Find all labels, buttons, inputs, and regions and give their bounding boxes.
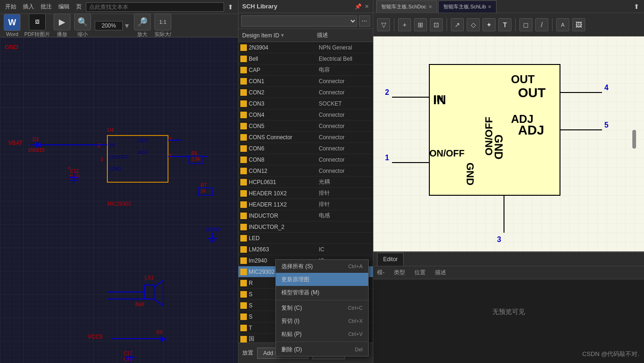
lib-item-name: 2N3904 (249, 44, 319, 51)
rt-image-btn[interactable]: 🖼 (572, 18, 585, 31)
pin-icon[interactable]: 📌 (355, 3, 362, 10)
lib-item[interactable]: CON2 Connector (238, 87, 373, 98)
context-menu-item[interactable]: 选择所有 (S) Ctrl+A (276, 260, 368, 273)
zoom-input[interactable] (95, 21, 123, 30)
lib-item[interactable]: Bell Electrical Bell (238, 53, 373, 64)
lib-item[interactable]: LED (238, 233, 373, 244)
rt-filter-btn[interactable]: ▽ (377, 18, 390, 31)
menu-insert[interactable]: 插入 (21, 2, 36, 12)
tab-schdoc[interactable]: 智能车主板.SchDoc ✕ (376, 0, 437, 13)
lib-item[interactable]: CON12 Connector (238, 165, 373, 177)
actual-size-icon-btn[interactable]: 1:1 (154, 14, 171, 30)
lib-item-icon (240, 313, 247, 320)
lib-item[interactable]: INDUCTOR 电感 (238, 210, 373, 221)
lib-item[interactable]: CON1 Connector (238, 76, 373, 87)
lib-item-desc: 电感 (319, 212, 371, 220)
lib-item[interactable]: HEADER 11X2 排针 (238, 199, 373, 210)
lib-item-name: CONS Connector (249, 134, 319, 141)
ctx-item-label: 选择所有 (S) (281, 263, 313, 270)
lib-item[interactable]: LM2663 IC (238, 244, 373, 255)
lib-item[interactable]: INDUCTOR_2 (238, 221, 373, 233)
lib-item-icon (240, 269, 247, 275)
editor-tab-main[interactable]: Editor (377, 253, 404, 266)
export-icon[interactable]: ⬆ (226, 2, 235, 12)
csdn-watermark: CSDN @代码敲不对. (582, 350, 639, 358)
schematic-canvas: GND VBAT D3 1N5819 U4 IN OUT ON/OFF ADJ … (0, 37, 238, 363)
zoom-out-icon-btn[interactable]: 🔍 (74, 14, 91, 30)
svg-text:Bell: Bell (135, 301, 144, 307)
zoom-in-icon-btn[interactable]: 🔎 (134, 14, 151, 30)
context-menu-item[interactable]: 模型管理器 (M) (276, 286, 368, 299)
context-menu-item[interactable]: 粘贴 (P) Ctrl+V (276, 327, 368, 341)
lib-item-icon (240, 67, 247, 73)
rt-star-btn[interactable]: ✦ (483, 18, 496, 31)
lib-item-name: HCPL0631 (249, 179, 319, 185)
play-icon-btn[interactable]: ▶ (54, 14, 70, 30)
right-topbar: 智能车主板.SchDoc ✕ 智能车主板.SchLib ✕ ⬆ (373, 0, 644, 13)
word-icon-btn[interactable]: W (4, 14, 21, 31)
lib-item-desc: 排针 (319, 200, 371, 208)
library-dropdown[interactable] (241, 15, 357, 27)
lib-item[interactable]: CON6 Connector (238, 143, 373, 154)
ctx-item-label: 复制 (C) (281, 304, 302, 312)
pdf-icon-btn[interactable]: 🖼 (29, 14, 46, 30)
rt-diamond-btn[interactable]: ◇ (467, 18, 480, 31)
rt-arrow-btn[interactable]: ↗ (451, 18, 464, 31)
rt-grid-btn[interactable]: ⊞ (414, 18, 427, 31)
context-menu-item[interactable]: 复制 (C) Ctrl+C (276, 301, 368, 314)
tab-schlib[interactable]: 智能车主板.SchLib ✕ (438, 0, 497, 13)
lib-item[interactable]: CON3 SOCKET (238, 98, 373, 109)
lib-item-name: CAP (249, 67, 319, 73)
play-tool: ▶ 播放 (54, 14, 70, 38)
lib-item[interactable]: CON8 Connector (238, 154, 373, 165)
pdf-tool: 🖼 PDF转图片 (24, 14, 50, 38)
svg-text:ON/OFF: ON/OFF (483, 117, 495, 156)
rt-text-btn[interactable]: T (498, 18, 511, 31)
lib-item[interactable]: HEADER 10X2 排针 (238, 188, 373, 199)
right-expand-icon[interactable]: ⬆ (632, 2, 641, 11)
tab-schdoc-close[interactable]: ✕ (428, 4, 432, 9)
lib-item[interactable]: CON4 Connector (238, 109, 373, 121)
context-menu-item[interactable]: 更新原理图 (276, 273, 368, 286)
lib-item[interactable]: 2N3904 NPN General (238, 42, 373, 53)
lib-item-icon (240, 123, 247, 129)
lib-item[interactable]: CON5 Connector (238, 121, 373, 132)
rt-line-btn[interactable]: / (535, 18, 548, 31)
lib-item[interactable]: HCPL0631 光耦 (238, 177, 373, 188)
rt-font-btn[interactable]: A (556, 18, 569, 31)
top-toolbar: 开始 插入 批注 编辑 页 ⬆ (0, 0, 238, 14)
zoom-control: ▼ (95, 21, 130, 30)
menu-page[interactable]: 页 (74, 2, 84, 12)
lib-item-icon (240, 78, 247, 85)
search-input[interactable] (86, 2, 224, 12)
sch-library-controls: ⋯ (238, 13, 373, 29)
place-label: 放置 (242, 349, 253, 357)
editor-content: 无预览可见 (373, 279, 644, 345)
column-header-desc: 描述 (315, 31, 371, 39)
lib-item-desc: 光耦 (319, 178, 371, 186)
lib-item-name: CON1 (249, 78, 319, 85)
library-btn-1[interactable]: ⋯ (359, 15, 370, 27)
sch-library-titlebar: SCH Library 📌 ✕ (238, 0, 373, 13)
lib-item-name: LM2663 (249, 246, 319, 253)
menu-start[interactable]: 开始 (3, 2, 19, 12)
context-menu-item[interactable]: 删除 (D) Del (276, 343, 368, 356)
zoom-dropdown-arrow[interactable]: ▼ (124, 22, 130, 29)
lib-item-name: INDUCTOR_2 (249, 224, 319, 230)
rt-rect-btn[interactable]: ◻ (519, 18, 532, 31)
rt-grid2-btn[interactable]: ⊡ (430, 18, 443, 31)
close-icon[interactable]: ✕ (364, 3, 369, 10)
menu-edit[interactable]: 编辑 (56, 2, 72, 12)
editor-col-mode: 模- (377, 269, 385, 277)
lib-item[interactable]: CAP 电容 (238, 64, 373, 76)
svg-text:GND: GND (464, 163, 476, 185)
lib-item-icon (240, 89, 247, 96)
svg-text:ADJ: ADJ (137, 149, 147, 155)
svg-text:4: 4 (604, 84, 609, 92)
tab-schlib-close[interactable]: ✕ (488, 4, 491, 9)
rt-add-btn[interactable]: + (398, 18, 411, 31)
lib-item[interactable]: CONS Connector Connector (238, 132, 373, 143)
ctx-item-label: 模型管理器 (M) (281, 289, 319, 297)
menu-annotate[interactable]: 批注 (38, 2, 54, 12)
context-menu-item[interactable]: 剪切 (I) Ctrl+X (276, 314, 368, 327)
